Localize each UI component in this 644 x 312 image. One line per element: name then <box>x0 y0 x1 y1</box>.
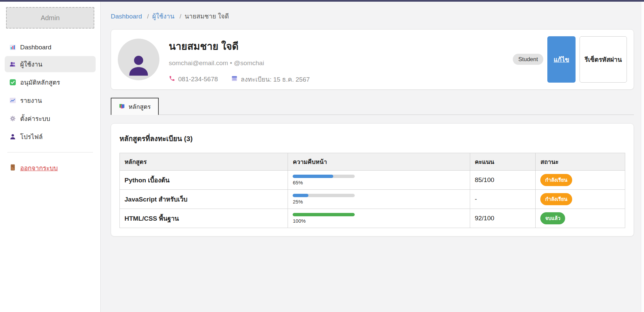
scrollbar-track[interactable] <box>641 2 644 312</box>
breadcrumb-separator: / <box>180 13 181 20</box>
tab-courses[interactable]: หลักสูตร <box>111 98 159 115</box>
sidebar-item-label: อนุมัติหลักสูตร <box>20 77 60 87</box>
column-header-progress: ความคืบหน้า <box>288 153 470 171</box>
logout-link[interactable]: ออกจากระบบ <box>5 160 96 176</box>
logout-label: ออกจากระบบ <box>20 163 58 173</box>
user-email: somchai@email.com • @somchai <box>169 59 503 67</box>
progress-bar-fill <box>293 194 308 197</box>
breadcrumb-item[interactable]: ผู้ใช้งาน <box>152 13 175 20</box>
column-header-course: หลักสูตร <box>120 153 288 171</box>
profile-info: นายสมชาย ใจดี somchai@email.com • @somch… <box>169 36 503 83</box>
table-row: HTML/CSS พื้นฐาน 100% 92/100 จบแล้ว <box>120 209 625 228</box>
breadcrumb-separator: / <box>147 13 149 20</box>
sidebar-item[interactable]: ตั้งค่าระบบ <box>5 110 96 127</box>
phone-icon <box>169 75 175 83</box>
sidebar-item-label: ตั้งค่าระบบ <box>20 114 50 124</box>
breadcrumb: /Dashboard /ผู้ใช้งาน /นายสมชาย ใจดี <box>111 11 634 21</box>
dashboard-icon <box>9 44 16 51</box>
table-row: JavaScript สำหรับเว็บ 25% - กำลังเรียน <box>120 190 625 209</box>
sidebar-item[interactable]: Dashboard <box>5 41 96 54</box>
progress-bar-fill <box>293 213 355 216</box>
progress-label: 65% <box>293 180 465 185</box>
sidebar-item[interactable]: รายงาน <box>5 92 96 108</box>
course-score: 85/100 <box>470 171 536 190</box>
users-icon <box>9 61 16 68</box>
courses-heading: หลักสูตรที่ลงทะเบียน (3) <box>119 133 625 144</box>
person-silhouette-icon <box>126 52 152 78</box>
progress-bar <box>293 213 355 216</box>
sidebar: Admin Dashboard <box>0 2 101 312</box>
role-badge: Student <box>513 54 543 65</box>
progress-bar-fill <box>293 175 333 178</box>
calendar-icon <box>231 75 238 83</box>
sidebar-nav: Dashboard ผู้ใช้งาน <box>3 41 98 145</box>
sidebar-item-label: ผู้ใช้งาน <box>20 59 42 69</box>
user-name: นายสมชาย ใจดี <box>169 38 503 54</box>
sidebar-item-label: รายงาน <box>20 95 42 105</box>
registered-item: ลงทะเบียน: 15 ธ.ค. 2567 <box>231 74 310 84</box>
registered-date: ลงทะเบียน: 15 ธ.ค. 2567 <box>241 74 310 84</box>
breadcrumb-item[interactable]: Dashboard <box>111 13 142 20</box>
avatar <box>118 39 159 80</box>
main-content: /Dashboard /ผู้ใช้งาน /นายสมชาย ใจดี นาย… <box>101 2 644 312</box>
course-score: - <box>470 190 536 209</box>
door-icon <box>9 164 16 172</box>
person-icon <box>9 133 16 140</box>
column-header-status: สถานะ <box>536 153 625 171</box>
sidebar-item[interactable]: โปรไฟล์ <box>5 129 96 145</box>
sidebar-item-label: โปรไฟล์ <box>20 132 43 142</box>
profile-meta: 081-234-5678 ลงทะเบียน: 15 ธ.ค. 2567 <box>169 74 503 84</box>
brand-label: Admin <box>41 14 60 22</box>
tab-courses-label: หลักสูตร <box>129 102 151 112</box>
reset-password-button[interactable]: รีเซ็ตรหัสผ่าน <box>580 36 627 83</box>
table-row: Python เบื้องต้น 65% 85/100 กำลังเรียน <box>120 171 625 190</box>
course-score: 92/100 <box>470 209 536 228</box>
column-header-score: คะแนน <box>470 153 536 171</box>
progress-label: 100% <box>293 218 465 224</box>
status-badge: กำลังเรียน <box>540 193 572 205</box>
progress-label: 25% <box>293 199 465 205</box>
gear-icon <box>9 115 16 122</box>
reports-chart-icon <box>9 97 16 104</box>
progress-bar <box>293 175 355 178</box>
phone-number: 081-234-5678 <box>178 76 218 83</box>
status-badge: กำลังเรียน <box>540 174 572 186</box>
sidebar-item[interactable]: อนุมัติหลักสูตร <box>5 74 96 90</box>
phone-item: 081-234-5678 <box>169 75 218 83</box>
table-header-row: หลักสูตร ความคืบหน้า คะแนน สถานะ <box>120 153 625 171</box>
course-name: Python เบื้องต้น <box>125 177 169 184</box>
books-icon <box>119 103 125 111</box>
brand-box: Admin <box>6 7 94 29</box>
profile-actions: Student แก้ไข รีเซ็ตรหัสผ่าน <box>513 36 627 83</box>
courses-table: หลักสูตร ความคืบหน้า คะแนน สถานะ Python … <box>119 153 625 228</box>
courses-card: หลักสูตรที่ลงทะเบียน (3) หลักสูตร ความคื… <box>111 123 634 236</box>
progress-bar <box>293 194 355 197</box>
sidebar-item[interactable]: ผู้ใช้งาน <box>5 56 96 72</box>
course-name: JavaScript สำหรับเว็บ <box>125 196 188 203</box>
course-name: HTML/CSS พื้นฐาน <box>125 215 179 222</box>
breadcrumb-item: นายสมชาย ใจดี <box>185 13 229 20</box>
sidebar-item-label: Dashboard <box>20 44 51 51</box>
tab-bar: หลักสูตร <box>111 98 634 115</box>
approve-checkbox-icon <box>9 79 16 86</box>
sidebar-divider <box>7 152 93 152</box>
status-badge: จบแล้ว <box>540 212 565 224</box>
profile-card: นายสมชาย ใจดี somchai@email.com • @somch… <box>111 29 634 90</box>
edit-button[interactable]: แก้ไข <box>547 36 576 83</box>
